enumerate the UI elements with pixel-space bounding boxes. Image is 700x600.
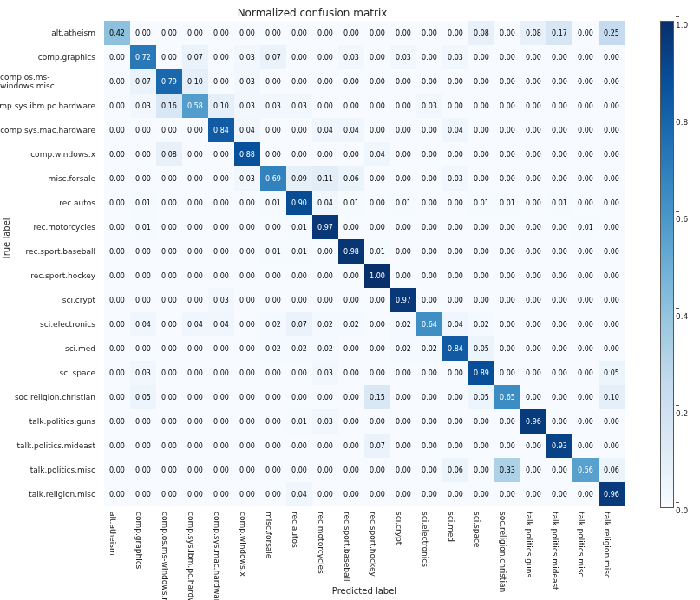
x-tick-label: talk.religion.misc	[599, 508, 625, 586]
heatmap-cell: 0.00	[442, 142, 468, 166]
y-tick-label: soc.religion.christian	[0, 385, 101, 409]
heatmap-cell: 0.00	[312, 142, 338, 166]
heatmap-cell: 0.00	[338, 264, 364, 288]
heatmap-cell: 0.00	[338, 69, 364, 94]
heatmap-cell: 0.25	[599, 21, 625, 45]
colorbar	[660, 21, 674, 508]
heatmap-cell: 0.00	[494, 215, 520, 239]
heatmap-cell: 0.00	[572, 21, 599, 45]
heatmap-cell: 0.00	[494, 166, 520, 191]
heatmap-cell: 0.00	[416, 166, 442, 191]
heatmap-cell: 0.00	[546, 385, 572, 409]
heatmap-cell: 0.00	[599, 191, 625, 215]
heatmap-cell: 0.00	[130, 166, 156, 191]
heatmap-cell: 0.00	[546, 312, 572, 336]
heatmap-cell: 0.00	[494, 239, 520, 264]
heatmap-cell: 0.00	[260, 142, 286, 166]
heatmap-cell: 0.00	[599, 166, 625, 191]
heatmap-cell: 0.00	[520, 458, 546, 482]
heatmap-cell: 0.00	[338, 434, 364, 458]
heatmap-cell: 0.00	[104, 118, 130, 142]
heatmap-cell: 0.00	[338, 94, 364, 118]
heatmap-cell: 0.00	[208, 409, 234, 434]
heatmap-cell: 0.00	[468, 434, 494, 458]
heatmap-cell: 0.00	[442, 288, 468, 312]
heatmap-cell: 0.00	[130, 482, 156, 506]
heatmap-cell: 0.00	[182, 166, 208, 191]
heatmap-cell: 0.00	[599, 336, 625, 361]
heatmap-cell: 0.00	[260, 482, 286, 506]
colorbar-tick: 0.4	[676, 303, 693, 321]
heatmap-cell: 0.00	[104, 409, 130, 434]
y-tick-label: talk.politics.mideast	[0, 434, 101, 458]
heatmap-cell: 0.00	[338, 215, 364, 239]
heatmap-cell: 0.00	[572, 385, 599, 409]
heatmap-cell: 0.00	[104, 458, 130, 482]
heatmap-cell: 0.96	[599, 482, 625, 506]
heatmap-cell: 0.00	[599, 434, 625, 458]
heatmap-cell: 0.00	[572, 336, 599, 361]
heatmap-cell: 0.00	[312, 434, 338, 458]
heatmap-cell: 0.00	[130, 21, 156, 45]
heatmap-cell: 0.00	[520, 191, 546, 215]
heatmap-cell: 0.00	[390, 482, 416, 506]
heatmap-cell: 0.03	[442, 45, 468, 69]
heatmap-cell: 0.00	[208, 482, 234, 506]
heatmap-cell: 0.00	[390, 215, 416, 239]
heatmap-cell: 0.00	[260, 385, 286, 409]
heatmap-cell: 0.00	[546, 215, 572, 239]
heatmap-cell: 0.00	[130, 264, 156, 288]
heatmap-cell: 0.00	[494, 312, 520, 336]
heatmap-cell: 0.90	[286, 191, 312, 215]
heatmap-cell: 0.00	[130, 239, 156, 264]
heatmap-cell: 0.00	[546, 336, 572, 361]
heatmap-cell: 0.00	[468, 166, 494, 191]
heatmap-cell: 0.00	[208, 191, 234, 215]
heatmap-cell: 0.00	[156, 264, 182, 288]
heatmap-cell: 0.01	[390, 191, 416, 215]
heatmap-cell: 0.00	[182, 264, 208, 288]
heatmap-cell: 0.00	[494, 336, 520, 361]
heatmap-cell: 0.00	[208, 69, 234, 94]
heatmap-cell: 0.00	[546, 264, 572, 288]
heatmap-cell: 0.04	[312, 118, 338, 142]
heatmap-cell: 0.89	[468, 361, 494, 385]
heatmap-cell: 0.00	[520, 118, 546, 142]
heatmap-cell: 0.00	[156, 166, 182, 191]
heatmap-cell: 0.00	[338, 288, 364, 312]
heatmap-cell: 0.00	[442, 482, 468, 506]
x-axis-label: Predicted label	[104, 586, 625, 596]
heatmap-cell: 0.02	[286, 336, 312, 361]
heatmap-cell: 0.00	[520, 166, 546, 191]
heatmap-cell: 0.00	[156, 336, 182, 361]
heatmap-cell: 0.00	[208, 458, 234, 482]
heatmap-cell: 0.08	[520, 21, 546, 45]
heatmap-cell: 0.00	[208, 361, 234, 385]
heatmap-cell: 0.00	[364, 69, 390, 94]
heatmap-cell: 0.00	[104, 215, 130, 239]
heatmap-cell: 0.56	[572, 458, 599, 482]
heatmap-cell: 0.00	[520, 434, 546, 458]
heatmap-cell: 0.00	[416, 288, 442, 312]
heatmap-cell: 0.02	[468, 312, 494, 336]
heatmap-cell: 0.01	[468, 191, 494, 215]
heatmap-cell: 0.00	[104, 142, 130, 166]
heatmap-cell: 0.00	[364, 45, 390, 69]
heatmap-cell: 0.00	[468, 215, 494, 239]
y-tick-label: comp.os.ms-windows.misc	[0, 69, 101, 94]
y-tick-label: sci.med	[0, 336, 101, 361]
heatmap-cell: 0.00	[286, 288, 312, 312]
heatmap-cell: 0.05	[599, 361, 625, 385]
heatmap-cell: 0.00	[546, 69, 572, 94]
heatmap-cell: 0.00	[599, 45, 625, 69]
heatmap-cell: 0.00	[520, 264, 546, 288]
heatmap-cell: 0.00	[390, 94, 416, 118]
heatmap-cell: 0.00	[364, 288, 390, 312]
heatmap-cell: 0.00	[286, 385, 312, 409]
heatmap-cell: 0.00	[234, 215, 260, 239]
heatmap-cell: 0.00	[182, 142, 208, 166]
heatmap-cell: 0.00	[416, 191, 442, 215]
heatmap-cell: 0.00	[104, 69, 130, 94]
heatmap-cell: 0.03	[338, 45, 364, 69]
heatmap-cell: 0.00	[156, 482, 182, 506]
